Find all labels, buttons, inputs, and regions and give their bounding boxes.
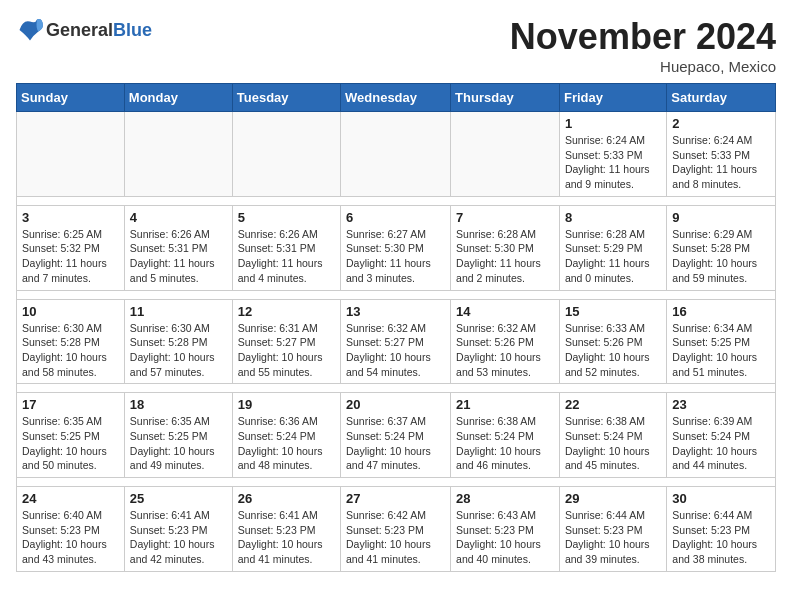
calendar-cell: 28Sunrise: 6:43 AM Sunset: 5:23 PM Dayli…: [451, 487, 560, 572]
weekday-header-tuesday: Tuesday: [232, 84, 340, 112]
day-info: Sunrise: 6:43 AM Sunset: 5:23 PM Dayligh…: [456, 508, 554, 567]
week-row-3: 10Sunrise: 6:30 AM Sunset: 5:28 PM Dayli…: [17, 299, 776, 384]
calendar-cell: [17, 112, 125, 197]
separator-cell: [17, 384, 776, 393]
day-info: Sunrise: 6:32 AM Sunset: 5:27 PM Dayligh…: [346, 321, 445, 380]
calendar-cell: 30Sunrise: 6:44 AM Sunset: 5:23 PM Dayli…: [667, 487, 776, 572]
calendar-cell: 7Sunrise: 6:28 AM Sunset: 5:30 PM Daylig…: [451, 205, 560, 290]
calendar-cell: 19Sunrise: 6:36 AM Sunset: 5:24 PM Dayli…: [232, 393, 340, 478]
day-info: Sunrise: 6:28 AM Sunset: 5:30 PM Dayligh…: [456, 227, 554, 286]
calendar-cell: 25Sunrise: 6:41 AM Sunset: 5:23 PM Dayli…: [124, 487, 232, 572]
day-number: 10: [22, 304, 119, 319]
calendar-cell: 18Sunrise: 6:35 AM Sunset: 5:25 PM Dayli…: [124, 393, 232, 478]
calendar-cell: 14Sunrise: 6:32 AM Sunset: 5:26 PM Dayli…: [451, 299, 560, 384]
day-number: 11: [130, 304, 227, 319]
day-info: Sunrise: 6:26 AM Sunset: 5:31 PM Dayligh…: [130, 227, 227, 286]
calendar-cell: [341, 112, 451, 197]
separator-cell: [17, 290, 776, 299]
calendar-cell: 10Sunrise: 6:30 AM Sunset: 5:28 PM Dayli…: [17, 299, 125, 384]
day-number: 3: [22, 210, 119, 225]
page-header: GeneralBlue November 2024 Huepaco, Mexic…: [16, 16, 776, 75]
week-separator: [17, 290, 776, 299]
day-number: 17: [22, 397, 119, 412]
calendar-cell: 17Sunrise: 6:35 AM Sunset: 5:25 PM Dayli…: [17, 393, 125, 478]
day-info: Sunrise: 6:38 AM Sunset: 5:24 PM Dayligh…: [456, 414, 554, 473]
day-number: 7: [456, 210, 554, 225]
logo-blue-text: Blue: [113, 20, 152, 40]
calendar-cell: 5Sunrise: 6:26 AM Sunset: 5:31 PM Daylig…: [232, 205, 340, 290]
week-separator: [17, 478, 776, 487]
title-area: November 2024 Huepaco, Mexico: [510, 16, 776, 75]
weekday-header-thursday: Thursday: [451, 84, 560, 112]
calendar-cell: 3Sunrise: 6:25 AM Sunset: 5:32 PM Daylig…: [17, 205, 125, 290]
day-info: Sunrise: 6:28 AM Sunset: 5:29 PM Dayligh…: [565, 227, 661, 286]
day-info: Sunrise: 6:44 AM Sunset: 5:23 PM Dayligh…: [672, 508, 770, 567]
day-info: Sunrise: 6:25 AM Sunset: 5:32 PM Dayligh…: [22, 227, 119, 286]
day-info: Sunrise: 6:39 AM Sunset: 5:24 PM Dayligh…: [672, 414, 770, 473]
week-row-4: 17Sunrise: 6:35 AM Sunset: 5:25 PM Dayli…: [17, 393, 776, 478]
calendar-cell: [232, 112, 340, 197]
calendar-cell: [451, 112, 560, 197]
day-number: 22: [565, 397, 661, 412]
day-info: Sunrise: 6:33 AM Sunset: 5:26 PM Dayligh…: [565, 321, 661, 380]
day-number: 30: [672, 491, 770, 506]
day-info: Sunrise: 6:36 AM Sunset: 5:24 PM Dayligh…: [238, 414, 335, 473]
day-info: Sunrise: 6:40 AM Sunset: 5:23 PM Dayligh…: [22, 508, 119, 567]
day-info: Sunrise: 6:32 AM Sunset: 5:26 PM Dayligh…: [456, 321, 554, 380]
day-number: 18: [130, 397, 227, 412]
day-info: Sunrise: 6:35 AM Sunset: 5:25 PM Dayligh…: [130, 414, 227, 473]
day-info: Sunrise: 6:44 AM Sunset: 5:23 PM Dayligh…: [565, 508, 661, 567]
day-info: Sunrise: 6:24 AM Sunset: 5:33 PM Dayligh…: [565, 133, 661, 192]
calendar-cell: 27Sunrise: 6:42 AM Sunset: 5:23 PM Dayli…: [341, 487, 451, 572]
day-number: 21: [456, 397, 554, 412]
day-number: 25: [130, 491, 227, 506]
day-number: 1: [565, 116, 661, 131]
calendar-cell: 12Sunrise: 6:31 AM Sunset: 5:27 PM Dayli…: [232, 299, 340, 384]
logo-icon: [16, 16, 44, 44]
day-info: Sunrise: 6:27 AM Sunset: 5:30 PM Dayligh…: [346, 227, 445, 286]
weekday-header-saturday: Saturday: [667, 84, 776, 112]
logo-general-text: General: [46, 20, 113, 40]
day-number: 15: [565, 304, 661, 319]
calendar-cell: 29Sunrise: 6:44 AM Sunset: 5:23 PM Dayli…: [559, 487, 666, 572]
day-number: 9: [672, 210, 770, 225]
day-info: Sunrise: 6:35 AM Sunset: 5:25 PM Dayligh…: [22, 414, 119, 473]
day-number: 27: [346, 491, 445, 506]
day-info: Sunrise: 6:42 AM Sunset: 5:23 PM Dayligh…: [346, 508, 445, 567]
calendar-cell: 1Sunrise: 6:24 AM Sunset: 5:33 PM Daylig…: [559, 112, 666, 197]
calendar-cell: 4Sunrise: 6:26 AM Sunset: 5:31 PM Daylig…: [124, 205, 232, 290]
day-number: 24: [22, 491, 119, 506]
weekday-header-wednesday: Wednesday: [341, 84, 451, 112]
calendar-cell: 16Sunrise: 6:34 AM Sunset: 5:25 PM Dayli…: [667, 299, 776, 384]
week-separator: [17, 384, 776, 393]
day-number: 19: [238, 397, 335, 412]
day-number: 5: [238, 210, 335, 225]
calendar-cell: 13Sunrise: 6:32 AM Sunset: 5:27 PM Dayli…: [341, 299, 451, 384]
week-row-1: 1Sunrise: 6:24 AM Sunset: 5:33 PM Daylig…: [17, 112, 776, 197]
weekday-header-sunday: Sunday: [17, 84, 125, 112]
calendar-cell: 20Sunrise: 6:37 AM Sunset: 5:24 PM Dayli…: [341, 393, 451, 478]
calendar-cell: 8Sunrise: 6:28 AM Sunset: 5:29 PM Daylig…: [559, 205, 666, 290]
week-row-5: 24Sunrise: 6:40 AM Sunset: 5:23 PM Dayli…: [17, 487, 776, 572]
calendar-cell: 15Sunrise: 6:33 AM Sunset: 5:26 PM Dayli…: [559, 299, 666, 384]
calendar-cell: 26Sunrise: 6:41 AM Sunset: 5:23 PM Dayli…: [232, 487, 340, 572]
day-info: Sunrise: 6:31 AM Sunset: 5:27 PM Dayligh…: [238, 321, 335, 380]
week-row-2: 3Sunrise: 6:25 AM Sunset: 5:32 PM Daylig…: [17, 205, 776, 290]
day-number: 26: [238, 491, 335, 506]
weekday-header-row: SundayMondayTuesdayWednesdayThursdayFrid…: [17, 84, 776, 112]
day-info: Sunrise: 6:37 AM Sunset: 5:24 PM Dayligh…: [346, 414, 445, 473]
day-number: 6: [346, 210, 445, 225]
day-info: Sunrise: 6:29 AM Sunset: 5:28 PM Dayligh…: [672, 227, 770, 286]
calendar-cell: 11Sunrise: 6:30 AM Sunset: 5:28 PM Dayli…: [124, 299, 232, 384]
day-info: Sunrise: 6:34 AM Sunset: 5:25 PM Dayligh…: [672, 321, 770, 380]
separator-cell: [17, 196, 776, 205]
day-info: Sunrise: 6:30 AM Sunset: 5:28 PM Dayligh…: [130, 321, 227, 380]
day-number: 8: [565, 210, 661, 225]
calendar-cell: 2Sunrise: 6:24 AM Sunset: 5:33 PM Daylig…: [667, 112, 776, 197]
weekday-header-monday: Monday: [124, 84, 232, 112]
week-separator: [17, 196, 776, 205]
calendar-cell: 21Sunrise: 6:38 AM Sunset: 5:24 PM Dayli…: [451, 393, 560, 478]
day-number: 16: [672, 304, 770, 319]
day-number: 2: [672, 116, 770, 131]
calendar-cell: 9Sunrise: 6:29 AM Sunset: 5:28 PM Daylig…: [667, 205, 776, 290]
